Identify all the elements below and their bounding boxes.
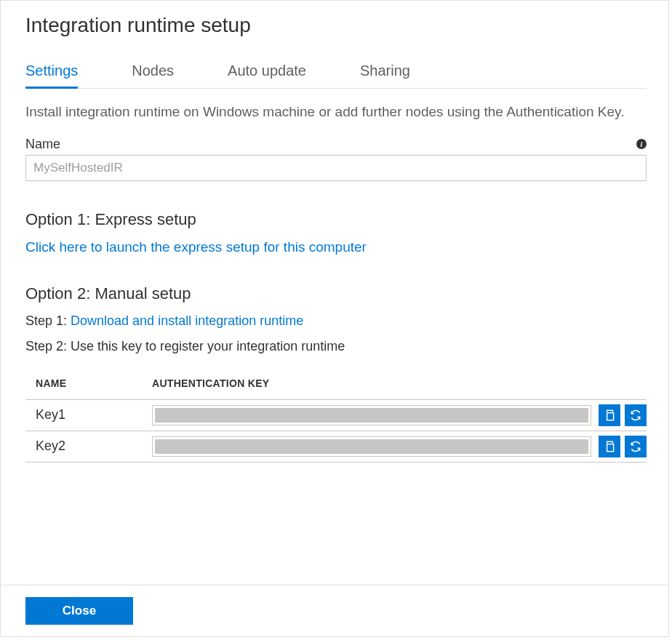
col-header-auth: AUTHENTICATION KEY [152,377,647,389]
key1-refresh-button[interactable] [625,404,647,426]
main-area: Integration runtime setup Settings Nodes… [1,1,668,585]
key2-redacted [155,439,588,454]
key1-value-box [152,405,591,425]
key2-value-box [152,436,591,457]
keys-header: NAME AUTHENTICATION KEY [25,369,647,400]
name-input[interactable] [25,155,647,181]
key1-actions [599,404,647,426]
key1-copy-button[interactable] [599,404,620,426]
express-setup-link[interactable]: Click here to launch the express setup f… [25,239,367,255]
copy-icon [603,440,616,453]
keys-table: NAME AUTHENTICATION KEY Key1 [25,369,647,463]
name-label-row: Name i [25,137,647,152]
tab-nodes[interactable]: Nodes [132,57,174,89]
refresh-icon [629,409,642,422]
col-header-name: NAME [36,377,152,389]
tabs-bar: Settings Nodes Auto update Sharing [25,56,647,89]
key2-actions [599,436,647,457]
description-text: Install integration runtime on Windows m… [25,102,647,122]
key1-field[interactable] [152,405,591,425]
info-icon[interactable]: i [636,139,647,149]
close-button[interactable]: Close [25,597,133,625]
table-row: Key1 [25,400,647,431]
page-title: Integration runtime setup [25,14,647,37]
step2-line: Step 2: Use this key to register your in… [25,339,647,354]
option1-heading: Option 1: Express setup [25,210,647,229]
download-link[interactable]: Download and install integration runtime [71,313,303,328]
key2-field[interactable] [152,436,591,457]
tab-sharing[interactable]: Sharing [360,57,410,89]
key1-name: Key1 [36,407,152,423]
key2-refresh-button[interactable] [625,436,647,457]
tab-settings[interactable]: Settings [25,57,78,89]
step1-prefix: Step 1: [25,313,71,328]
refresh-icon [629,440,642,453]
tab-auto-update[interactable]: Auto update [228,57,306,89]
svg-rect-0 [607,412,614,420]
table-row: Key2 [25,431,647,463]
svg-rect-1 [607,444,614,451]
key2-name: Key2 [36,439,152,454]
footer: Close [1,585,668,636]
copy-icon [603,409,616,422]
setup-panel: Integration runtime setup Settings Nodes… [0,0,669,637]
option2-heading: Option 2: Manual setup [25,284,647,303]
step1-line: Step 1: Download and install integration… [25,313,647,329]
key2-copy-button[interactable] [599,436,620,457]
key1-redacted [155,408,588,423]
name-label: Name [25,137,60,152]
